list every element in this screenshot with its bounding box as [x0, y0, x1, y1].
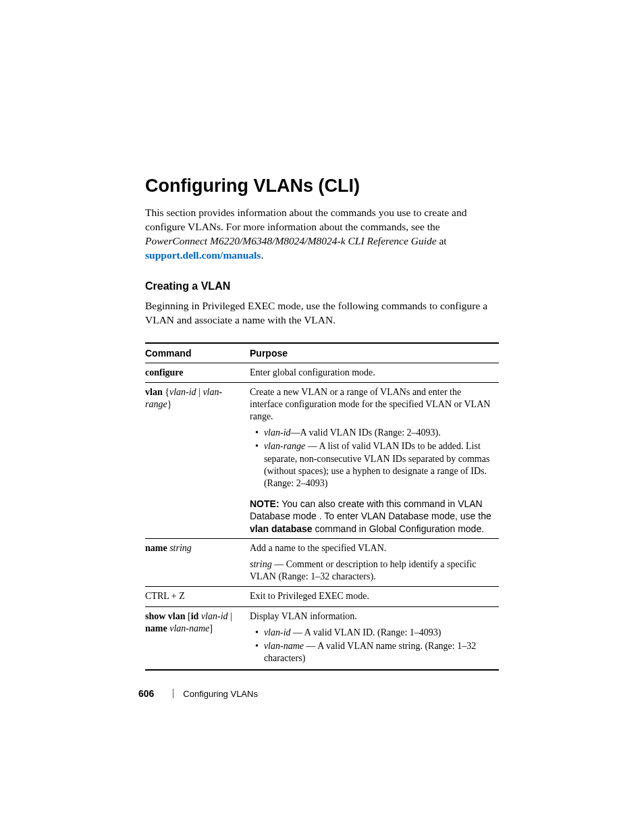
- command-table: Command Purpose configure Enter global c…: [145, 342, 499, 671]
- cmd-vlan: vlan {vlan-id | vlan-range}: [145, 382, 250, 494]
- param-name: vlan-name: [264, 641, 304, 651]
- bullet-item: vlan-id — A valid VLAN ID. (Range: 1–409…: [255, 627, 495, 639]
- bullet-item: vlan-name — A valid VLAN name string. (R…: [255, 640, 495, 664]
- param-desc: —A valid VLAN IDs (Range: 2–4093).: [291, 427, 441, 438]
- param-name: string: [250, 559, 272, 569]
- cell-purpose: Add a name to the specified VLAN. string…: [250, 538, 499, 587]
- param-definition: string — Comment or description to help …: [250, 558, 495, 583]
- cmd-param: vlan-name: [167, 623, 210, 633]
- cmd-name: name string: [145, 538, 250, 587]
- cmd-pipe: |: [228, 611, 232, 621]
- table-row: name string Add a name to the specified …: [145, 538, 499, 587]
- cmd-configure: configure: [145, 367, 184, 377]
- purpose-text: Create a new VLAN or a range of VLANs an…: [250, 386, 495, 423]
- cmd-ctrlz: CTRL + Z: [145, 587, 250, 606]
- intro-period: .: [261, 249, 263, 261]
- note-label: NOTE:: [250, 498, 279, 509]
- table-row: show vlan [id vlan-id | name vlan-name] …: [145, 606, 499, 670]
- cmd-bracket: ]: [209, 623, 213, 633]
- cell-purpose: Enter global configuration mode.: [250, 363, 499, 382]
- purpose-text: Add a name to the specified VLAN.: [250, 542, 495, 554]
- note-text: You can also create with this command in…: [250, 498, 491, 521]
- cmd-bracket: [: [186, 611, 191, 621]
- note-text: command in Global Configuration mode.: [313, 523, 484, 534]
- cmd-literal: vlan: [145, 387, 163, 397]
- cmd-show-vlan: show vlan [id vlan-id | name vlan-name]: [145, 606, 250, 670]
- bullet-item: vlan-id—A valid VLAN IDs (Range: 2–4093)…: [255, 427, 495, 439]
- th-command: Command: [145, 343, 250, 363]
- cmd-literal: name: [145, 543, 167, 553]
- table-row-note: NOTE: You can also create with this comm…: [145, 494, 499, 538]
- cmd-literal: show vlan: [145, 611, 186, 621]
- cmd-brace: }: [167, 399, 172, 409]
- param-desc: — A valid VLAN ID. (Range: 1–4093): [291, 627, 441, 637]
- param-desc: — Comment or description to help identif…: [250, 559, 477, 581]
- table-row: configure Enter global configuration mod…: [145, 363, 499, 382]
- param-name: vlan-id: [264, 427, 291, 438]
- page-footer: 606 Configuring VLANs: [138, 688, 258, 699]
- note-cell: NOTE: You can also create with this comm…: [250, 494, 499, 538]
- intro-reference-title: PowerConnect M6220/M6348/M8024/M8024-k C…: [145, 235, 437, 246]
- cell-purpose: Display VLAN information. vlan-id — A va…: [250, 606, 499, 670]
- intro-paragraph: This section provides information about …: [145, 206, 499, 263]
- footer-divider: [173, 689, 173, 698]
- purpose-text: Display VLAN information.: [250, 610, 495, 623]
- param-name: vlan-id: [264, 627, 291, 637]
- page-number: 606: [138, 688, 154, 699]
- intro-text-1: This section provides information about …: [145, 207, 467, 232]
- sub-paragraph: Beginning in Privileged EXEC mode, use t…: [145, 299, 499, 328]
- cmd-param: vlan-id: [198, 611, 227, 621]
- cell-purpose: Create a new VLAN or a range of VLANs an…: [250, 382, 499, 494]
- page-heading: Configuring VLANs (CLI): [145, 176, 499, 197]
- cmd-param: vlan-id: [169, 387, 196, 397]
- cmd-param: string: [167, 543, 192, 553]
- note-command: vlan database: [250, 523, 313, 534]
- footer-section-name: Configuring VLANs: [183, 689, 258, 699]
- cmd-literal: id: [191, 611, 199, 621]
- subheading: Creating a VLAN: [145, 280, 499, 292]
- cell-purpose: Exit to Privileged EXEC mode.: [250, 587, 499, 606]
- bullet-item: vlan-range — A list of valid VLAN IDs to…: [255, 440, 495, 490]
- th-purpose: Purpose: [250, 343, 499, 363]
- cmd-brace: {: [163, 387, 169, 397]
- intro-text-tail: at: [437, 235, 447, 246]
- cmd-pipe: |: [196, 387, 203, 397]
- table-row: CTRL + Z Exit to Privileged EXEC mode.: [145, 587, 499, 606]
- param-name: vlan-range: [264, 441, 305, 451]
- support-link[interactable]: support.dell.com/manuals: [145, 249, 261, 261]
- cmd-literal: name: [145, 623, 167, 633]
- table-row: vlan {vlan-id | vlan-range} Create a new…: [145, 382, 499, 494]
